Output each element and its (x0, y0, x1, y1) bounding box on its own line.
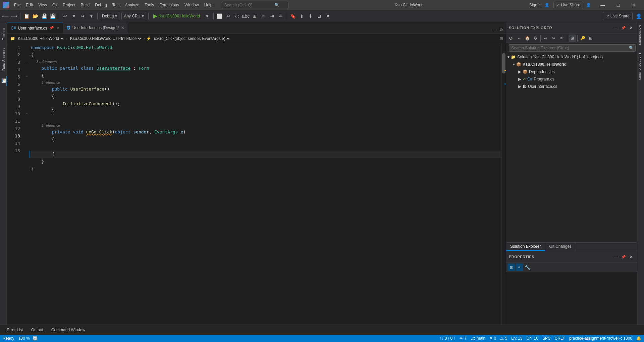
se-filter2-btn[interactable]: ⊞ (569, 35, 576, 42)
class-selector[interactable]: Ksu.Cis300.HelloWorld.UserInterface (69, 36, 142, 41)
menu-window[interactable]: Window (182, 0, 202, 10)
prop-grid-btn[interactable]: ⊞ (507, 264, 515, 271)
toolbar-btn-3[interactable]: ⭯ (233, 12, 241, 20)
next-bookmark-button[interactable]: ⬇ (307, 12, 315, 20)
toolbar-btn-8[interactable]: ⇤ (277, 12, 285, 20)
toolbox-tab[interactable]: Toolbox (1, 25, 7, 43)
run-dropdown-button[interactable]: ▾ (203, 12, 211, 20)
status-live-indicator[interactable]: 🔄 (33, 336, 38, 341)
menu-test[interactable]: Test (110, 0, 122, 10)
menu-build[interactable]: Build (78, 0, 93, 10)
data-sources-tab[interactable]: Data Sources (1, 46, 7, 73)
breadcrumb-expand-btn[interactable]: ⊞ (500, 36, 503, 41)
status-line-ending[interactable]: CRLF (555, 336, 565, 341)
menu-edit[interactable]: Edit (23, 0, 36, 10)
se-expand-all-btn[interactable]: ↪ (550, 35, 557, 42)
breakpoints-button[interactable]: ⬜ (216, 12, 224, 20)
method-selector[interactable]: uxGo_Click(object sender, EventArgs e) (153, 36, 231, 41)
account-button[interactable]: 👤 (635, 12, 643, 20)
se-back-btn[interactable]: ← (516, 35, 523, 42)
gutter-10[interactable]: − (24, 110, 30, 117)
status-repo[interactable]: practice-assignment-rhowell-cis300 (569, 336, 632, 341)
status-ln[interactable]: Ln: 13 (511, 336, 522, 341)
tab-userinterface-cs[interactable]: C# UserInterface.cs 📌 ✕ (7, 22, 63, 34)
menu-help[interactable]: Help (202, 0, 215, 10)
se-tab-solution-explorer[interactable]: Solution Explorer (506, 243, 545, 251)
status-branch[interactable]: ⎇ main (471, 336, 485, 341)
se-preview-btn[interactable]: 👁 (558, 35, 566, 42)
bookmark-folder-button[interactable]: ⊿ (315, 12, 323, 20)
title-search-input[interactable] (224, 3, 274, 7)
code-line-13[interactable]: } (30, 151, 501, 158)
tab-close-1[interactable]: ✕ (56, 26, 59, 31)
run-button[interactable]: ▶ Ksu.Cis300.HelloWorld (151, 13, 203, 19)
status-bell[interactable]: 🔔 (636, 336, 641, 341)
navigate-forward-button[interactable]: ⟶ (10, 12, 18, 20)
new-project-button[interactable]: 📋 (22, 12, 31, 20)
open-button[interactable]: 📂 (31, 12, 39, 20)
redo-button[interactable]: ↪ (78, 12, 87, 20)
namespace-selector[interactable]: Ksu.Cis300.HelloWorld (16, 36, 65, 41)
se-filter-btn[interactable]: ⚙ (532, 35, 539, 42)
save-button[interactable]: 💾 (40, 12, 48, 20)
editor-scrollbar[interactable] (501, 43, 506, 325)
config-dropdown[interactable]: Debug ▾ (100, 12, 119, 20)
undo-button[interactable]: ↩ (61, 12, 69, 20)
status-errors[interactable]: ✕ 0 (489, 336, 496, 341)
bookmark-button[interactable]: 🔖 (289, 12, 297, 20)
prop-settings-btn[interactable]: 🔧 (524, 264, 531, 271)
collapse-tabs-btn[interactable]: — (491, 26, 498, 34)
live-share-toolbar-button[interactable]: ↗ Live Share (603, 12, 633, 20)
diagnostic-tools-vtab[interactable]: Diagnostic Tools (637, 50, 644, 82)
status-zoom[interactable]: 100 % (18, 336, 30, 341)
save-all-button[interactable]: 💾 (49, 12, 57, 20)
se-refactor-btn[interactable]: 🔑 (579, 35, 586, 42)
se-tab-git-changes[interactable]: Git Changes (545, 243, 576, 251)
clear-bookmark-button[interactable]: ✕ (324, 12, 332, 20)
tree-program-cs[interactable]: ▶ ✓ C# Program.cs (506, 75, 637, 83)
menu-tools[interactable]: Tools (142, 0, 157, 10)
close-button[interactable]: ✕ (626, 0, 641, 10)
gutter-3[interactable]: − (24, 58, 30, 65)
se-pin-btn[interactable]: 📌 (620, 25, 628, 31)
prop-close-btn[interactable]: ✕ (628, 254, 634, 260)
prop-collapse-btn[interactable]: — (613, 254, 620, 260)
menu-file[interactable]: File (11, 0, 23, 10)
navigate-back-button[interactable]: ⟵ (1, 12, 9, 20)
platform-dropdown[interactable]: Any CPU ▾ (121, 12, 146, 20)
status-pencil-count[interactable]: ✏ 7 (460, 336, 467, 341)
gutter-5[interactable]: − (24, 73, 30, 80)
tab-settings-btn[interactable]: ⚙ (498, 26, 504, 34)
menu-analyze[interactable]: Analyze (122, 0, 142, 10)
status-git-changes[interactable]: ↑↓ 0 / 0 ↑ (439, 336, 456, 341)
bottom-tab-output[interactable]: Output (27, 326, 47, 334)
redo-dropdown[interactable]: ▾ (87, 12, 95, 20)
toolbar-btn-4[interactable]: abc (242, 12, 250, 20)
prop-list-btn[interactable]: ≡ (516, 264, 523, 271)
toolbar-btn-5[interactable]: ⊞ (251, 12, 259, 20)
se-collapse-btn[interactable]: — (613, 25, 620, 31)
status-enc[interactable]: SPC (542, 336, 551, 341)
menu-git[interactable]: Git (50, 0, 60, 10)
bottom-tab-error-list[interactable]: Error List (3, 326, 27, 334)
tree-solution-root[interactable]: ▾ 📁 Solution 'Ksu.Cis300.HelloWorld' (1 … (506, 53, 637, 61)
menu-extensions[interactable]: Extensions (157, 0, 182, 10)
live-share-button[interactable]: ↗ Live Share (553, 2, 583, 8)
tree-project[interactable]: ▾ 📦 Ksu.Cis300.HelloWorld (506, 61, 637, 68)
toolbar-btn-7[interactable]: ⇥ (268, 12, 276, 20)
menu-debug[interactable]: Debug (92, 0, 109, 10)
prev-bookmark-button[interactable]: ⬆ (298, 12, 306, 20)
prop-pin-btn[interactable]: 📌 (620, 254, 628, 260)
se-more-btn[interactable]: ✕ (628, 25, 634, 31)
status-warnings[interactable]: ⚠ 5 (500, 336, 507, 341)
tab-userinterface-design[interactable]: 🖼 UserInterface.cs [Design]* ✕ (63, 22, 128, 34)
toolbar-btn-6[interactable]: ≡ (259, 12, 267, 20)
notifications-vtab[interactable]: Notifications (637, 22, 644, 48)
menu-view[interactable]: View (36, 0, 50, 10)
bottom-tab-command-window[interactable]: Command Window (47, 326, 89, 334)
se-collapse-all-btn[interactable]: ↩ (542, 35, 549, 42)
se-home-btn[interactable]: 🏠 (524, 35, 531, 42)
se-search-input[interactable] (509, 44, 636, 52)
se-sync-btn[interactable]: ⟳ (507, 35, 515, 42)
tree-userinterface-cs[interactable]: ▶ 🖼 UserInterface.cs (506, 83, 637, 90)
